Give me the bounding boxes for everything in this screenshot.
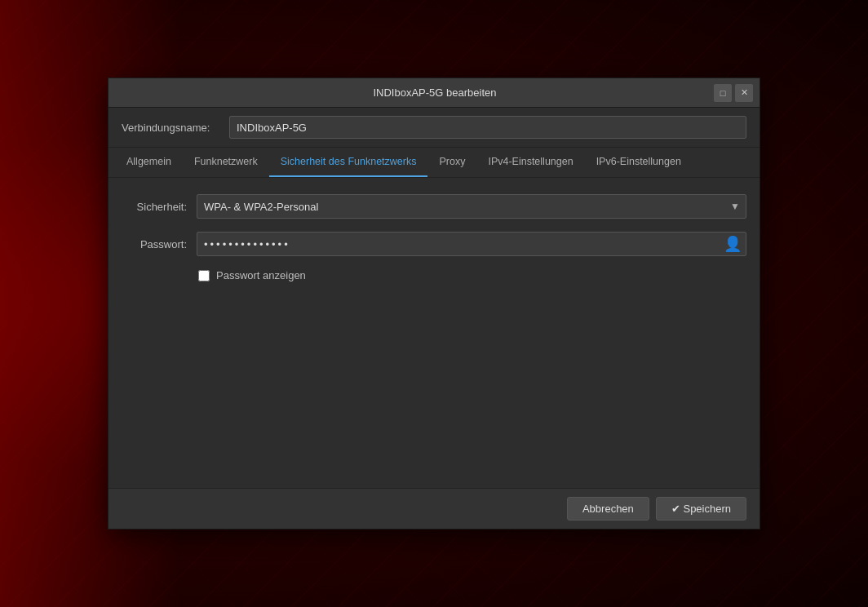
title-bar-controls: □ ✕ bbox=[714, 84, 753, 102]
passwort-wrapper: 👤 bbox=[197, 232, 746, 256]
tab-ipv6[interactable]: IPv6-Einstellungen bbox=[585, 148, 693, 177]
tab-bar: Allgemein Funknetzwerk Sicherheit des Fu… bbox=[108, 148, 760, 178]
show-password-row: Passwort anzeigen bbox=[198, 269, 746, 281]
save-button[interactable]: ✔ Speichern bbox=[656, 497, 746, 521]
tab-proxy[interactable]: Proxy bbox=[427, 148, 476, 177]
close-button[interactable]: ✕ bbox=[735, 84, 753, 102]
main-dialog: INDIboxAP-5G bearbeiten □ ✕ Verbindungsn… bbox=[108, 78, 760, 529]
show-password-label[interactable]: Passwort anzeigen bbox=[216, 269, 306, 281]
minimize-button[interactable]: □ bbox=[714, 84, 732, 102]
title-bar: INDIboxAP-5G bearbeiten □ ✕ bbox=[108, 78, 760, 108]
sicherheit-control: WPA- & WPA2-Personal WEP WPA-Personal WP… bbox=[197, 194, 746, 219]
tab-ipv4[interactable]: IPv4-Einstellungen bbox=[476, 148, 584, 177]
connection-name-label: Verbindungsname: bbox=[122, 122, 219, 134]
person-icon[interactable]: 👤 bbox=[724, 235, 742, 253]
passwort-row: Passwort: 👤 bbox=[122, 232, 746, 256]
dialog-footer: Abbrechen ✔ Speichern bbox=[108, 488, 760, 529]
dialog-overlay: INDIboxAP-5G bearbeiten □ ✕ Verbindungsn… bbox=[0, 0, 868, 607]
tab-funknetzwerk[interactable]: Funknetzwerk bbox=[183, 148, 269, 177]
tab-content: Sicherheit: WPA- & WPA2-Personal WEP WPA… bbox=[108, 178, 760, 488]
sicherheit-row: Sicherheit: WPA- & WPA2-Personal WEP WPA… bbox=[122, 194, 746, 219]
cancel-button[interactable]: Abbrechen bbox=[567, 497, 649, 521]
sicherheit-label: Sicherheit: bbox=[122, 201, 187, 213]
passwort-input[interactable] bbox=[197, 232, 746, 256]
tab-sicherheit[interactable]: Sicherheit des Funknetzwerks bbox=[269, 148, 428, 177]
sicherheit-dropdown[interactable]: WPA- & WPA2-Personal WEP WPA-Personal WP… bbox=[197, 194, 746, 219]
passwort-label: Passwort: bbox=[122, 238, 187, 250]
tab-allgemein[interactable]: Allgemein bbox=[115, 148, 183, 177]
connection-name-row: Verbindungsname: bbox=[108, 108, 760, 148]
show-password-checkbox[interactable] bbox=[198, 270, 210, 281]
connection-name-input[interactable] bbox=[229, 116, 746, 139]
dialog-title: INDIboxAP-5G bearbeiten bbox=[156, 86, 714, 99]
